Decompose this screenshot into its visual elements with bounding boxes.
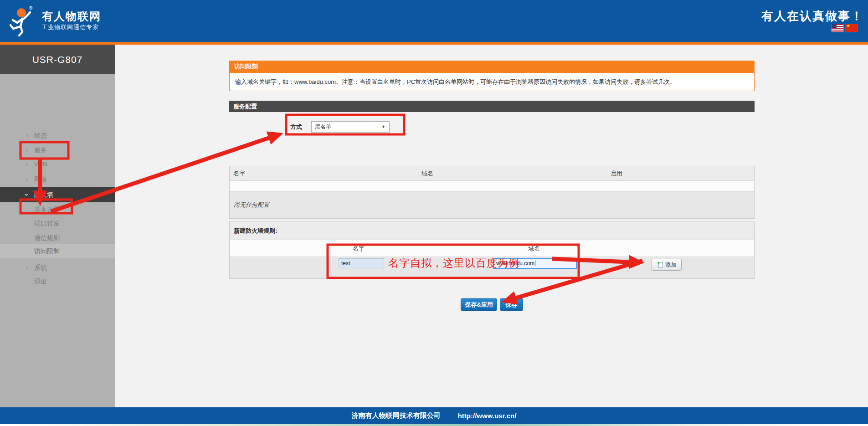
- footer-company: 济南有人物联网技术有限公司: [352, 411, 441, 420]
- router-admin-page: ® 有人物联网 工业物联网通信专家 有人在认真做事！ USR-G807 › 状态…: [0, 0, 868, 426]
- chevron-right-icon: ›: [26, 143, 28, 157]
- service-config-header: 服务配置: [229, 101, 755, 112]
- language-switcher: [832, 24, 857, 32]
- select-caret-icon: ▼: [381, 122, 385, 132]
- chevron-right-icon: ›: [26, 172, 28, 186]
- top-header-bar: ® 有人物联网 工业物联网通信专家 有人在认真做事！: [0, 0, 868, 42]
- add-page-icon: [657, 262, 663, 268]
- rules-table: 名字 域名 启用 尚无任何配置: [229, 166, 755, 219]
- sidebar-item-services[interactable]: › 服务: [0, 143, 115, 157]
- mode-select[interactable]: 黑名单 ▼: [311, 121, 390, 133]
- chevron-right-icon: ›: [26, 261, 28, 274]
- rules-table-header: 名字 域名 启用: [230, 166, 754, 181]
- brand-name: 有人物联网: [42, 9, 101, 24]
- registered-mark: ®: [29, 5, 32, 10]
- text-cursor: [535, 260, 535, 266]
- col-domain: 域名: [421, 166, 433, 181]
- sidebar-item-status[interactable]: › 状态: [0, 128, 115, 142]
- rules-table-blank-row: [230, 181, 754, 192]
- sidebar-item-traffic-rules[interactable]: 通信规则: [0, 231, 115, 245]
- col-enabled: 启用: [611, 166, 622, 181]
- new-rule-col-name: 名字: [353, 240, 365, 257]
- sidebar-nav: USR-G807 › 状态 › 服务 › VPN › 网络 › 防火墙 基本设置…: [0, 45, 115, 407]
- sidebar-item-network[interactable]: › 网络: [0, 172, 115, 186]
- new-rule-title: 新建防火墙规则:: [230, 221, 754, 240]
- header-slogan: 有人在认真做事！: [761, 8, 863, 24]
- bottom-gradient-strip: [0, 424, 868, 426]
- mode-label: 方式: [290, 123, 302, 131]
- brand-tagline: 工业物联网通信专家: [41, 23, 99, 31]
- sidebar-item-firewall[interactable]: › 防火墙: [0, 187, 115, 202]
- device-model-title: USR-G807: [0, 45, 115, 74]
- sidebar-item-access-restriction[interactable]: 访问限制: [0, 244, 115, 258]
- chevron-right-icon: ›: [26, 128, 28, 142]
- chevron-right-icon: ›: [26, 157, 28, 171]
- page-description: 输入域名关键字，如：www.baidu.com。注意：当设置白名单时，PC首次访…: [229, 72, 755, 91]
- new-rule-col-domain: 域名: [528, 240, 540, 257]
- empty-state-text: 尚无任何配置: [234, 192, 269, 218]
- us-flag-icon[interactable]: [832, 24, 843, 32]
- page-title: 访问限制: [229, 61, 755, 72]
- footer-bar: 济南有人物联网技术有限公司 http://www.usr.cn/: [0, 407, 868, 424]
- add-rule-button[interactable]: 添加: [652, 259, 682, 271]
- sidebar-item-vpn[interactable]: › VPN: [0, 157, 115, 171]
- new-rule-panel: 新建防火墙规则: 名字 域名 test www.baidu.com 添加: [229, 221, 755, 279]
- sidebar-item-logout[interactable]: 退出: [0, 275, 115, 288]
- footer-url-link[interactable]: http://www.usr.cn/: [458, 412, 517, 420]
- col-name: 名字: [233, 166, 245, 181]
- save-apply-button[interactable]: 保存&应用: [461, 298, 497, 311]
- mode-selected-value: 黑名单: [315, 123, 331, 130]
- sidebar-item-system[interactable]: › 系统: [0, 261, 115, 274]
- sidebar-item-basic-settings[interactable]: 基本设置: [0, 203, 115, 216]
- rule-name-input[interactable]: test: [339, 258, 384, 268]
- chevron-down-icon: ›: [20, 194, 35, 196]
- rule-domain-input[interactable]: www.baidu.com: [493, 258, 577, 269]
- rules-table-empty-row: 尚无任何配置: [230, 192, 754, 218]
- sidebar-item-port-forwarding[interactable]: 端口转发: [0, 216, 115, 230]
- new-rule-columns: 名字 域名: [230, 240, 754, 257]
- cn-flag-icon[interactable]: [845, 24, 857, 32]
- save-button[interactable]: 保存: [500, 298, 523, 311]
